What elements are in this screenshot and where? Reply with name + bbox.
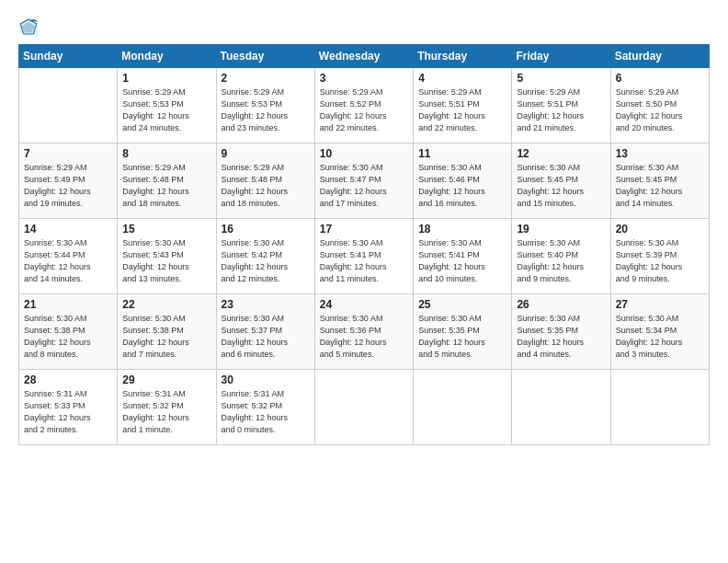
day-info: Sunrise: 5:30 AM Sunset: 5:45 PM Dayligh… [616, 162, 704, 210]
day-info: Sunrise: 5:29 AM Sunset: 5:48 PM Dayligh… [222, 162, 310, 210]
week-row-5: 28Sunrise: 5:31 AM Sunset: 5:33 PM Dayli… [19, 370, 710, 445]
day-number: 27 [616, 298, 704, 311]
day-number: 15 [122, 223, 210, 236]
day-info: Sunrise: 5:31 AM Sunset: 5:32 PM Dayligh… [222, 388, 310, 436]
calendar-cell: 13Sunrise: 5:30 AM Sunset: 5:45 PM Dayli… [610, 144, 709, 219]
day-number: 14 [24, 223, 112, 236]
week-row-2: 7Sunrise: 5:29 AM Sunset: 5:49 PM Daylig… [19, 144, 710, 219]
calendar-cell [414, 370, 512, 445]
day-number: 2 [222, 72, 310, 85]
week-row-4: 21Sunrise: 5:30 AM Sunset: 5:38 PM Dayli… [19, 294, 710, 370]
header-friday: Friday [512, 45, 610, 68]
calendar-cell [512, 370, 610, 445]
calendar-cell: 2Sunrise: 5:29 AM Sunset: 5:53 PM Daylig… [216, 68, 314, 144]
logo [18, 17, 42, 37]
header-monday: Monday [118, 45, 216, 68]
calendar-cell: 5Sunrise: 5:29 AM Sunset: 5:51 PM Daylig… [512, 68, 610, 144]
day-info: Sunrise: 5:29 AM Sunset: 5:53 PM Dayligh… [122, 86, 210, 134]
calendar-cell: 11Sunrise: 5:30 AM Sunset: 5:46 PM Dayli… [414, 144, 512, 219]
calendar-cell: 27Sunrise: 5:30 AM Sunset: 5:34 PM Dayli… [610, 294, 709, 370]
day-number: 11 [418, 147, 506, 160]
day-number: 18 [418, 223, 506, 236]
calendar-cell: 7Sunrise: 5:29 AM Sunset: 5:49 PM Daylig… [19, 144, 118, 219]
day-number: 8 [122, 147, 210, 160]
day-number: 26 [517, 298, 605, 311]
day-number: 29 [122, 373, 210, 386]
calendar-cell [610, 370, 709, 445]
header-wednesday: Wednesday [314, 45, 413, 68]
calendar-cell: 29Sunrise: 5:31 AM Sunset: 5:32 PM Dayli… [118, 370, 216, 445]
calendar-cell: 1Sunrise: 5:29 AM Sunset: 5:53 PM Daylig… [118, 68, 216, 144]
day-number: 10 [320, 147, 408, 160]
calendar-cell: 14Sunrise: 5:30 AM Sunset: 5:44 PM Dayli… [19, 219, 118, 294]
week-row-3: 14Sunrise: 5:30 AM Sunset: 5:44 PM Dayli… [19, 219, 710, 294]
day-info: Sunrise: 5:30 AM Sunset: 5:46 PM Dayligh… [418, 162, 506, 210]
calendar-cell: 10Sunrise: 5:30 AM Sunset: 5:47 PM Dayli… [314, 144, 413, 219]
calendar-cell: 30Sunrise: 5:31 AM Sunset: 5:32 PM Dayli… [216, 370, 314, 445]
calendar-cell: 22Sunrise: 5:30 AM Sunset: 5:38 PM Dayli… [118, 294, 216, 370]
day-number: 19 [517, 223, 605, 236]
day-info: Sunrise: 5:30 AM Sunset: 5:45 PM Dayligh… [517, 162, 605, 210]
calendar-cell: 8Sunrise: 5:29 AM Sunset: 5:48 PM Daylig… [118, 144, 216, 219]
day-number: 17 [320, 223, 408, 236]
calendar-cell [314, 370, 413, 445]
header-saturday: Saturday [610, 45, 709, 68]
day-number: 1 [122, 72, 210, 85]
day-info: Sunrise: 5:29 AM Sunset: 5:52 PM Dayligh… [320, 86, 408, 134]
calendar-cell: 16Sunrise: 5:30 AM Sunset: 5:42 PM Dayli… [216, 219, 314, 294]
day-number: 23 [222, 298, 310, 311]
calendar-cell: 4Sunrise: 5:29 AM Sunset: 5:51 PM Daylig… [414, 68, 512, 144]
day-info: Sunrise: 5:30 AM Sunset: 5:35 PM Dayligh… [418, 313, 506, 361]
day-number: 20 [616, 223, 704, 236]
day-number: 6 [616, 72, 704, 85]
day-info: Sunrise: 5:29 AM Sunset: 5:50 PM Dayligh… [616, 86, 704, 134]
day-info: Sunrise: 5:30 AM Sunset: 5:38 PM Dayligh… [24, 313, 112, 361]
calendar-cell: 28Sunrise: 5:31 AM Sunset: 5:33 PM Dayli… [19, 370, 118, 445]
calendar-table: SundayMondayTuesdayWednesdayThursdayFrid… [18, 44, 710, 445]
day-info: Sunrise: 5:30 AM Sunset: 5:34 PM Dayligh… [616, 313, 704, 361]
logo-icon [18, 17, 39, 37]
week-row-1: 1Sunrise: 5:29 AM Sunset: 5:53 PM Daylig… [19, 68, 710, 144]
day-info: Sunrise: 5:31 AM Sunset: 5:33 PM Dayligh… [24, 388, 112, 436]
calendar-cell: 26Sunrise: 5:30 AM Sunset: 5:35 PM Dayli… [512, 294, 610, 370]
day-number: 28 [24, 373, 112, 386]
day-info: Sunrise: 5:30 AM Sunset: 5:42 PM Dayligh… [222, 237, 310, 285]
day-number: 25 [418, 298, 506, 311]
day-info: Sunrise: 5:29 AM Sunset: 5:53 PM Dayligh… [222, 86, 310, 134]
day-number: 13 [616, 147, 704, 160]
calendar-cell: 12Sunrise: 5:30 AM Sunset: 5:45 PM Dayli… [512, 144, 610, 219]
day-number: 12 [517, 147, 605, 160]
day-number: 16 [222, 223, 310, 236]
day-number: 4 [418, 72, 506, 85]
day-info: Sunrise: 5:30 AM Sunset: 5:39 PM Dayligh… [616, 237, 704, 285]
day-info: Sunrise: 5:30 AM Sunset: 5:47 PM Dayligh… [320, 162, 408, 210]
header-tuesday: Tuesday [216, 45, 314, 68]
day-number: 21 [24, 298, 112, 311]
day-info: Sunrise: 5:30 AM Sunset: 5:37 PM Dayligh… [222, 313, 310, 361]
calendar-cell: 21Sunrise: 5:30 AM Sunset: 5:38 PM Dayli… [19, 294, 118, 370]
day-info: Sunrise: 5:30 AM Sunset: 5:35 PM Dayligh… [517, 313, 605, 361]
day-info: Sunrise: 5:30 AM Sunset: 5:41 PM Dayligh… [418, 237, 506, 285]
calendar-cell: 9Sunrise: 5:29 AM Sunset: 5:48 PM Daylig… [216, 144, 314, 219]
calendar-cell: 6Sunrise: 5:29 AM Sunset: 5:50 PM Daylig… [610, 68, 709, 144]
day-info: Sunrise: 5:30 AM Sunset: 5:43 PM Dayligh… [122, 237, 210, 285]
day-info: Sunrise: 5:31 AM Sunset: 5:32 PM Dayligh… [122, 388, 210, 436]
day-number: 7 [24, 147, 112, 160]
day-info: Sunrise: 5:29 AM Sunset: 5:51 PM Dayligh… [517, 86, 605, 134]
calendar-cell: 19Sunrise: 5:30 AM Sunset: 5:40 PM Dayli… [512, 219, 610, 294]
day-number: 5 [517, 72, 605, 85]
calendar-cell: 3Sunrise: 5:29 AM Sunset: 5:52 PM Daylig… [314, 68, 413, 144]
calendar-cell: 20Sunrise: 5:30 AM Sunset: 5:39 PM Dayli… [610, 219, 709, 294]
day-info: Sunrise: 5:30 AM Sunset: 5:40 PM Dayligh… [517, 237, 605, 285]
calendar-cell: 25Sunrise: 5:30 AM Sunset: 5:35 PM Dayli… [414, 294, 512, 370]
page-header [18, 17, 710, 37]
day-number: 30 [222, 373, 310, 386]
day-info: Sunrise: 5:29 AM Sunset: 5:51 PM Dayligh… [418, 86, 506, 134]
day-number: 22 [122, 298, 210, 311]
day-info: Sunrise: 5:29 AM Sunset: 5:49 PM Dayligh… [24, 162, 112, 210]
day-info: Sunrise: 5:30 AM Sunset: 5:41 PM Dayligh… [320, 237, 408, 285]
calendar-cell: 23Sunrise: 5:30 AM Sunset: 5:37 PM Dayli… [216, 294, 314, 370]
header-sunday: Sunday [19, 45, 118, 68]
header-thursday: Thursday [414, 45, 512, 68]
day-info: Sunrise: 5:30 AM Sunset: 5:38 PM Dayligh… [122, 313, 210, 361]
